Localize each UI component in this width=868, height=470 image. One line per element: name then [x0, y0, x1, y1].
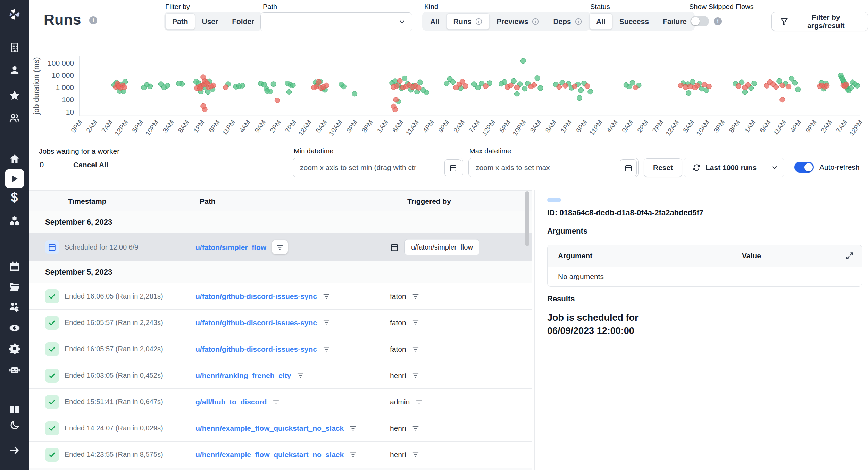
- filter-lines-icon: [297, 372, 304, 379]
- last-runs-dropdown-button[interactable]: [765, 158, 784, 177]
- filter-by-user-button[interactable]: [412, 345, 419, 353]
- eye-icon[interactable]: [9, 322, 20, 334]
- table-header: Timestamp Path Triggered by: [29, 190, 532, 212]
- svg-text:100 000: 100 000: [48, 59, 74, 67]
- runs-duration-chart[interactable]: job duration (ms) 100 00010 0001 0001001…: [0, 0, 868, 146]
- filter-by-path-button[interactable]: [272, 398, 280, 406]
- svg-text:9AM: 9AM: [253, 119, 267, 134]
- svg-text:7PM: 7PM: [284, 119, 298, 134]
- run-path-link[interactable]: u/faton/github-discord-issues-sync: [195, 345, 317, 353]
- sidebar: $: [0, 0, 29, 470]
- run-path-link[interactable]: u/henri/example_flow_quickstart_no_slack: [195, 424, 344, 433]
- chart-ylabel: job duration (ms): [32, 57, 41, 115]
- cubes-icon[interactable]: [9, 215, 20, 227]
- arguments-table-body: No arguments: [548, 267, 862, 286]
- svg-text:8PM: 8PM: [728, 119, 742, 134]
- filter-by-path-button[interactable]: [323, 345, 330, 353]
- docs-book-icon[interactable]: [9, 404, 20, 416]
- svg-text:9PM: 9PM: [437, 119, 451, 134]
- last-runs-button[interactable]: Last 1000 runs: [684, 158, 765, 177]
- run-path-link[interactable]: u/faton/github-discord-issues-sync: [195, 319, 317, 327]
- run-row[interactable]: Ended 16:06:05 (Ran in 2,281s)u/faton/gi…: [29, 283, 532, 310]
- run-row-selected[interactable]: Scheduled for 12:00 6/9u/faton/simpler_f…: [29, 233, 532, 261]
- cancel-all-button[interactable]: Cancel All: [71, 160, 110, 169]
- svg-text:10PM: 10PM: [144, 119, 160, 137]
- svg-text:10PM: 10PM: [511, 119, 527, 137]
- filter-by-path-button[interactable]: [272, 240, 288, 254]
- runs-table: Timestamp Path Triggered by September 6,…: [29, 190, 532, 470]
- filter-lines-icon: [349, 425, 357, 432]
- svg-text:1 000: 1 000: [56, 83, 74, 91]
- run-path-link[interactable]: u/henri/ranking_french_city: [195, 371, 291, 380]
- collapse-arrow-right-icon[interactable]: [9, 444, 20, 456]
- filter-by-user-button[interactable]: [415, 398, 423, 406]
- table-body: September 6, 2023Scheduled for 12:00 6/9…: [29, 211, 532, 468]
- run-row[interactable]: Ended 16:05:57 (Ran in 2,042s)u/faton/gi…: [29, 336, 532, 362]
- run-row[interactable]: Ended 16:05:57 (Ran in 2,243s)u/faton/gi…: [29, 310, 532, 336]
- sidebar-item-runs-active[interactable]: [5, 169, 24, 188]
- scheduled-calendar-icon: [48, 243, 57, 252]
- reset-button[interactable]: Reset: [644, 158, 682, 177]
- filter-by-path-button[interactable]: [323, 293, 330, 300]
- groups-settings-icon[interactable]: [9, 301, 20, 313]
- run-path-link[interactable]: u/faton/simpler_flow: [195, 243, 266, 251]
- filter-by-path-button[interactable]: [349, 451, 357, 459]
- svg-text:9AM: 9AM: [620, 119, 634, 134]
- next-group-sliver: [29, 468, 532, 470]
- svg-text:4PM: 4PM: [789, 119, 803, 134]
- min-datetime-calendar-button[interactable]: [444, 159, 461, 176]
- filter-lines-icon: [323, 293, 330, 300]
- home-icon[interactable]: [9, 153, 20, 165]
- svg-text:7AM: 7AM: [467, 119, 481, 134]
- schedules-calendar-icon[interactable]: [9, 261, 20, 272]
- star-icon[interactable]: [9, 90, 20, 101]
- filter-by-user-button[interactable]: [412, 319, 419, 327]
- run-path-link[interactable]: u/henri/example_flow_quickstart_no_slack: [195, 451, 344, 459]
- table-right-border: [532, 190, 532, 470]
- filter-by-path-button[interactable]: [349, 425, 357, 432]
- filter-by-user-button[interactable]: [412, 372, 419, 379]
- run-row[interactable]: Ended 14:23:55 (Ran in 8,575s)u/henri/ex…: [29, 442, 532, 468]
- run-path-link[interactable]: u/faton/github-discord-issues-sync: [195, 292, 317, 301]
- min-datetime-input[interactable]: [293, 158, 463, 177]
- dollar-icon[interactable]: $: [9, 192, 20, 203]
- filter-by-user-button[interactable]: [412, 293, 419, 300]
- max-datetime-input[interactable]: [468, 158, 639, 177]
- settings-gear-icon[interactable]: [9, 343, 20, 354]
- filter-lines-icon: [323, 345, 330, 353]
- users-group-icon[interactable]: [9, 112, 20, 124]
- svg-text:3AM: 3AM: [529, 119, 543, 134]
- jobs-waiting-label: Jobs waiting for a worker: [39, 147, 119, 156]
- max-datetime-calendar-button[interactable]: [620, 159, 637, 176]
- windmill-logo-icon[interactable]: [8, 8, 22, 22]
- filter-by-user-button[interactable]: [412, 451, 419, 459]
- argument-col: Argument: [558, 252, 592, 260]
- svg-text:12AM: 12AM: [664, 119, 680, 137]
- dark-mode-moon-icon[interactable]: [9, 420, 20, 430]
- filter-by-user-button[interactable]: [412, 425, 419, 432]
- filter-lines-icon: [276, 243, 284, 251]
- col-triggered-by: Triggered by: [407, 197, 451, 205]
- svg-text:10: 10: [66, 108, 74, 116]
- run-row[interactable]: Ended 16:03:05 (Ran in 0,452s)u/henri/ra…: [29, 362, 532, 389]
- filter-by-path-button[interactable]: [323, 319, 330, 327]
- sidebar-divider: [0, 436, 29, 436]
- folders-icon[interactable]: [9, 281, 20, 293]
- triggered-by-chip[interactable]: u/faton/simpler_flow: [404, 239, 479, 255]
- calendar-icon: [449, 164, 457, 172]
- workspace-building-icon[interactable]: [9, 42, 20, 53]
- svg-text:11AM: 11AM: [772, 119, 787, 136]
- workers-robot-icon[interactable]: [9, 364, 20, 376]
- table-scrollbar-thumb[interactable]: [525, 191, 529, 246]
- run-path-link[interactable]: g/all/hub_to_discord: [195, 398, 267, 406]
- triggered-by: faton: [390, 345, 406, 353]
- user-icon[interactable]: [9, 64, 20, 76]
- expand-icon[interactable]: [845, 251, 854, 260]
- run-row[interactable]: Ended 15:51:41 (Ran in 0,647s)g/all/hub_…: [29, 389, 532, 415]
- arguments-table-header: Argument Value: [548, 245, 862, 267]
- auto-refresh-toggle[interactable]: [794, 162, 814, 173]
- filter-by-path-button[interactable]: [297, 372, 304, 379]
- success-badge: [45, 369, 59, 383]
- run-timestamp: Ended 16:06:05 (Ran in 2,281s): [65, 292, 163, 300]
- run-row[interactable]: Ended 14:24:07 (Ran in 0,029s)u/henri/ex…: [29, 415, 532, 442]
